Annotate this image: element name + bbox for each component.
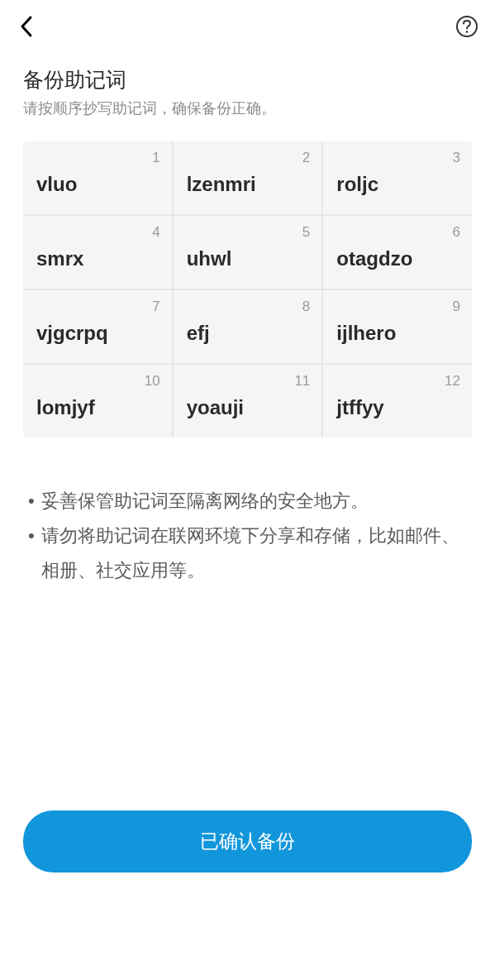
page-title: 备份助记词 bbox=[23, 66, 472, 93]
mnemonic-cell: 3 roljc bbox=[323, 141, 472, 214]
header bbox=[0, 0, 495, 53]
tips-list: • 妥善保管助记词至隔离网络的安全地方。 • 请勿将助记词在联网环境下分享和存储… bbox=[23, 484, 472, 587]
mnemonic-word: roljc bbox=[336, 173, 459, 196]
page-subtitle: 请按顺序抄写助记词，确保备份正确。 bbox=[23, 98, 472, 118]
mnemonic-cell: 5 uhwl bbox=[174, 216, 322, 289]
mnemonic-word: otagdzo bbox=[336, 247, 459, 270]
mnemonic-cell: 10 lomjyf bbox=[23, 365, 172, 437]
mnemonic-number: 11 bbox=[294, 373, 310, 390]
tip-text: 妥善保管助记词至隔离网络的安全地方。 bbox=[41, 484, 470, 519]
mnemonic-cell: 9 ijlhero bbox=[323, 290, 472, 363]
mnemonic-number: 4 bbox=[152, 224, 159, 241]
mnemonic-number: 10 bbox=[145, 373, 160, 390]
mnemonic-cell: 4 smrx bbox=[23, 216, 172, 289]
tip-text: 请勿将助记词在联网环境下分享和存储，比如邮件、相册、社交应用等。 bbox=[41, 519, 470, 588]
mnemonic-number: 3 bbox=[453, 150, 460, 166]
mnemonic-word: lzenmri bbox=[187, 173, 309, 196]
mnemonic-number: 6 bbox=[453, 224, 460, 241]
mnemonic-grid: 1 vluo 2 lzenmri 3 roljc 4 smrx 5 uhwl 6… bbox=[23, 141, 472, 437]
mnemonic-number: 7 bbox=[152, 299, 159, 315]
mnemonic-cell: 2 lzenmri bbox=[174, 141, 322, 214]
tip-item: • 妥善保管助记词至隔离网络的安全地方。 bbox=[25, 484, 470, 519]
mnemonic-number: 8 bbox=[302, 299, 310, 315]
content: 备份助记词 请按顺序抄写助记词，确保备份正确。 1 vluo 2 lzenmri… bbox=[0, 53, 495, 810]
back-icon[interactable] bbox=[17, 17, 36, 36]
mnemonic-word: smrx bbox=[36, 247, 159, 270]
mnemonic-number: 9 bbox=[453, 299, 460, 315]
mnemonic-word: efj bbox=[187, 322, 309, 345]
confirm-backup-button[interactable]: 已确认备份 bbox=[23, 810, 472, 872]
mnemonic-cell: 12 jtffyy bbox=[323, 365, 472, 437]
mnemonic-cell: 11 yoauji bbox=[174, 365, 322, 437]
mnemonic-word: jtffyy bbox=[336, 396, 459, 419]
svg-point-1 bbox=[466, 31, 469, 33]
mnemonic-number: 2 bbox=[302, 150, 310, 166]
mnemonic-word: vjgcrpq bbox=[36, 322, 159, 345]
mnemonic-cell: 6 otagdzo bbox=[323, 216, 472, 289]
mnemonic-word: vluo bbox=[36, 173, 159, 196]
mnemonic-word: yoauji bbox=[187, 396, 309, 419]
mnemonic-number: 12 bbox=[445, 373, 460, 390]
spacer bbox=[23, 587, 472, 810]
mnemonic-word: ijlhero bbox=[336, 322, 459, 345]
mnemonic-number: 5 bbox=[302, 224, 310, 241]
bullet-icon: • bbox=[28, 519, 35, 588]
help-icon[interactable] bbox=[455, 15, 478, 38]
bullet-icon: • bbox=[28, 484, 35, 519]
tip-item: • 请勿将助记词在联网环境下分享和存储，比如邮件、相册、社交应用等。 bbox=[25, 519, 470, 588]
mnemonic-word: uhwl bbox=[187, 247, 309, 270]
mnemonic-word: lomjyf bbox=[36, 396, 159, 419]
mnemonic-cell: 8 efj bbox=[174, 290, 322, 363]
mnemonic-cell: 1 vluo bbox=[23, 141, 172, 214]
mnemonic-number: 1 bbox=[152, 150, 159, 166]
mnemonic-cell: 7 vjgcrpq bbox=[23, 290, 172, 363]
